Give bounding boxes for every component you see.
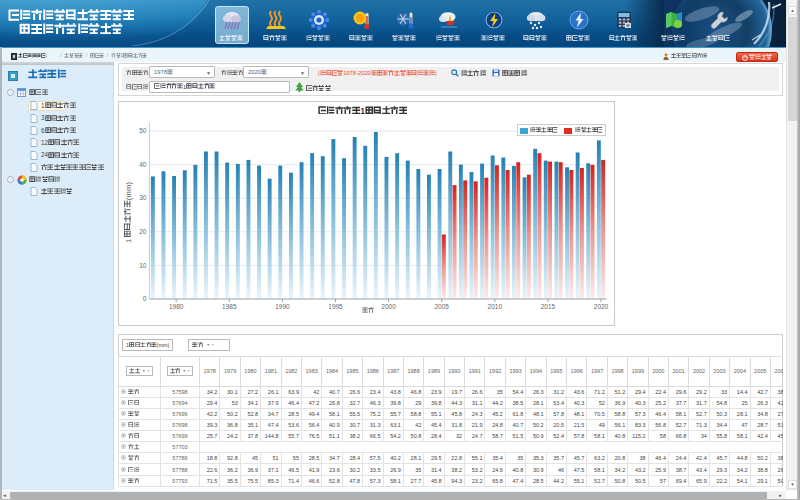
- svg-text:2005: 2005: [434, 303, 449, 310]
- svg-text:20: 20: [139, 228, 147, 235]
- svg-text:30: 30: [139, 194, 147, 201]
- svg-text:40: 40: [139, 161, 147, 168]
- svg-text:2000: 2000: [381, 303, 396, 310]
- svg-text:1995: 1995: [328, 303, 343, 310]
- svg-text:2015: 2015: [541, 303, 556, 310]
- svg-text:0: 0: [143, 295, 147, 302]
- svg-text:1985: 1985: [222, 303, 237, 310]
- svg-text:10: 10: [139, 262, 147, 269]
- svg-text:2010: 2010: [488, 303, 503, 310]
- svg-text:2020: 2020: [594, 303, 609, 310]
- svg-text:1990: 1990: [275, 303, 290, 310]
- svg-text:1980: 1980: [169, 303, 184, 310]
- svg-text:50: 50: [139, 127, 147, 134]
